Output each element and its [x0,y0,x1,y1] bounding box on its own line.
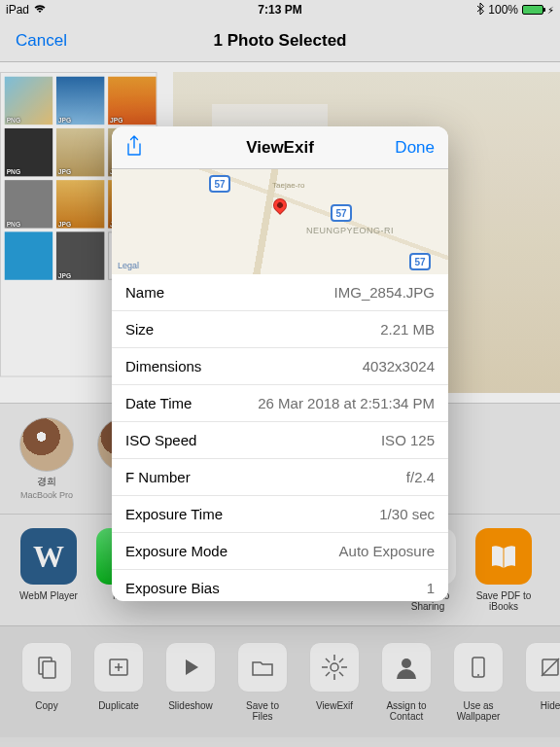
exif-row: Exposure Bias1 [112,570,448,601]
exif-key: Exposure Mode [125,543,228,559]
exif-value: ISO 125 [381,432,435,448]
exif-key: ISO Speed [125,432,196,448]
exif-row: ISO SpeedISO 125 [112,422,448,459]
route-shield: 57 [331,204,352,222]
exif-row: NameIMG_2854.JPG [112,274,448,311]
route-shield: 57 [409,253,431,270]
exif-key: Date Time [125,395,192,411]
share-icon[interactable] [125,135,143,160]
exif-value: Auto Exposure [339,543,435,559]
exif-value: 1 [427,580,435,596]
exif-row: Date Time26 Mar 2018 at 2:51:34 PM [112,385,448,422]
map-place-label: NEUNGPYEONG-RI [306,226,394,235]
exif-row: Dimensions4032x3024 [112,348,448,385]
exif-value: 4032x3024 [363,358,435,374]
exif-key: Name [125,284,164,301]
exif-value: f/2.4 [406,469,435,485]
done-button[interactable]: Done [395,138,435,158]
exif-value: IMG_2854.JPG [334,284,435,301]
exif-key: Exposure Time [125,506,223,522]
exif-value: 26 Mar 2018 at 2:51:34 PM [258,395,435,411]
exif-row: Exposure ModeAuto Exposure [112,533,448,570]
viewexif-modal: ViewExif Done 57 57 57 Taejae-ro NEUNGPY… [112,126,448,601]
exif-row: F Numberf/2.4 [112,459,448,496]
exif-key: Size [125,321,154,338]
exif-row: Exposure Time1/30 sec [112,496,448,533]
map-pin-icon [270,196,290,215]
exif-value: 2.21 MB [380,321,435,338]
exif-value: 1/30 sec [379,506,435,522]
exif-key: Dimensions [125,358,201,374]
location-map[interactable]: 57 57 57 Taejae-ro NEUNGPYEONG-RI Legal [112,169,448,274]
exif-row: Size2.21 MB [112,311,448,348]
modal-header: ViewExif Done [112,126,448,169]
modal-title: ViewExif [246,138,314,158]
exif-list: NameIMG_2854.JPGSize2.21 MBDimensions403… [112,274,448,601]
map-legal-link[interactable]: Legal [118,261,139,270]
exif-key: F Number [125,469,191,485]
exif-key: Exposure Bias [125,580,220,596]
road-label: Taejae-ro [272,181,304,190]
route-shield: 57 [209,175,230,193]
